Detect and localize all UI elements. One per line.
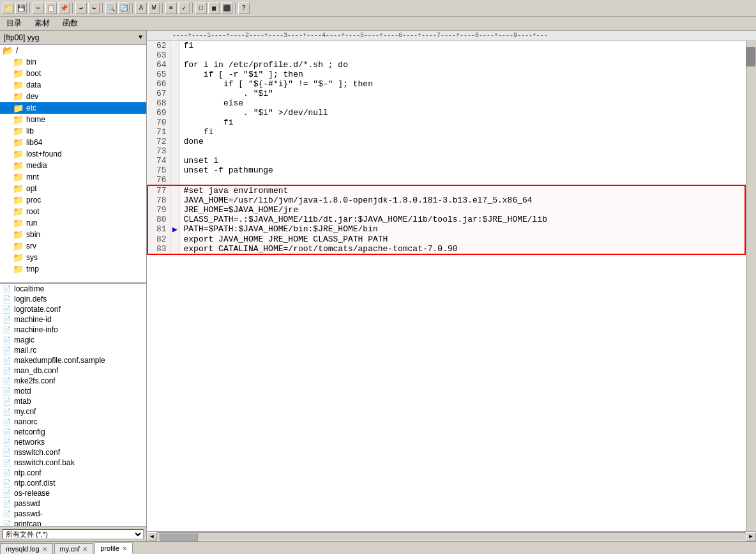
- toolbar-btn-cut[interactable]: ✂: [33, 3, 44, 14]
- code-line: 76: [147, 175, 745, 185]
- file-list-item[interactable]: 📄nsswitch.conf.bak: [0, 458, 146, 468]
- toolbar-btn-12[interactable]: ?: [238, 3, 250, 14]
- tree-item[interactable]: 📂/: [0, 45, 146, 56]
- tree-item[interactable]: 📁root: [0, 206, 146, 217]
- code-line: 78JAVA_HOME=/usr/lib/jvm/java-1.8.0-open…: [147, 196, 745, 205]
- tree-item[interactable]: 📁sbin: [0, 229, 146, 240]
- tree-item[interactable]: 📁dev: [0, 91, 146, 102]
- tree-item[interactable]: 📁mnt: [0, 171, 146, 183]
- toolbar-btn-9[interactable]: □: [195, 3, 207, 14]
- tree-item[interactable]: 📁lost+found: [0, 148, 146, 160]
- toolbar-btn-5[interactable]: A: [135, 3, 147, 14]
- file-list-item[interactable]: 📄mke2fs.conf: [0, 376, 146, 386]
- tab-close-icon[interactable]: ✕: [122, 545, 127, 552]
- menu-item-directory[interactable]: 目录: [3, 17, 26, 30]
- file-list-item[interactable]: 📄mail.rc: [0, 345, 146, 355]
- file-list-item[interactable]: 📄mtab: [0, 396, 146, 406]
- file-list-item[interactable]: 📄netconfig: [0, 427, 146, 437]
- toolbar-btn-search[interactable]: 🔍: [105, 3, 117, 14]
- file-list-item[interactable]: 📄my.cnf: [0, 406, 146, 417]
- toolbar-btn-8[interactable]: ✓: [178, 3, 190, 14]
- toolbar-btn-copy[interactable]: 📋: [45, 3, 57, 14]
- filter-select[interactable]: 所有文件 (*.*): [3, 529, 144, 539]
- toolbar-btn-2[interactable]: 💾: [15, 3, 27, 14]
- file-list-item[interactable]: 📄os-release: [0, 488, 146, 498]
- tab-close-icon[interactable]: ✕: [82, 546, 87, 553]
- session-dropdown-icon[interactable]: ▼: [139, 34, 142, 41]
- file-list-item[interactable]: 📄passwd: [0, 498, 146, 509]
- tree-item[interactable]: 📁bin: [0, 56, 146, 68]
- toolbar-btn-6[interactable]: W: [148, 3, 160, 14]
- code-area[interactable]: 62fi6364for i in /etc/profile.d/*.sh ; d…: [147, 41, 746, 531]
- file-list-item[interactable]: 📄passwd-: [0, 509, 146, 519]
- editor-tab[interactable]: mysqld.log✕: [0, 543, 53, 554]
- menu-item-material[interactable]: 素材: [31, 17, 54, 30]
- file-list-item[interactable]: 📄machine-info: [0, 325, 146, 335]
- file-list-item[interactable]: 📄printcap: [0, 519, 146, 526]
- main-layout: [ftp00] yyg ▼ 📂/📁bin📁boot📁data📁dev📁etc📁h…: [0, 31, 756, 541]
- folder-icon: 📁: [13, 252, 24, 263]
- file-list-item[interactable]: 📄magic: [0, 335, 146, 345]
- file-label: login.defs: [14, 295, 47, 304]
- scroll-right-btn[interactable]: ▶: [746, 532, 756, 541]
- file-list-area[interactable]: 📄localtime📄login.defs📄logrotate.conf📄mac…: [0, 283, 146, 526]
- toolbar-btn-11[interactable]: ⬛: [221, 3, 232, 14]
- file-list-item[interactable]: 📄ntp.conf.dist: [0, 478, 146, 488]
- tree-item-label: srv: [26, 242, 36, 250]
- file-list-item[interactable]: 📄nsswitch.conf: [0, 447, 146, 458]
- editor-tab[interactable]: profile✕: [94, 542, 133, 554]
- tree-item[interactable]: 📁boot: [0, 68, 146, 79]
- tree-item[interactable]: 📁etc: [0, 102, 146, 114]
- tree-item-label: lib: [26, 127, 34, 135]
- horizontal-scrollbar[interactable]: ◀ ▶: [147, 531, 756, 541]
- vertical-scrollbar[interactable]: [746, 41, 756, 531]
- tree-item[interactable]: 📁lib: [0, 125, 146, 137]
- file-label: motd: [14, 387, 31, 396]
- file-label: machine-id: [14, 315, 52, 324]
- tree-item[interactable]: 📁lib64: [0, 137, 146, 148]
- folder-icon: 📁: [13, 103, 24, 113]
- editor-tab[interactable]: my.cnf✕: [54, 543, 94, 554]
- file-label: printcap: [14, 519, 42, 526]
- tree-item[interactable]: 📁srv: [0, 240, 146, 252]
- file-list-item[interactable]: 📄networks: [0, 437, 146, 447]
- scroll-thumb[interactable]: [160, 534, 198, 541]
- tree-item[interactable]: 📁tmp: [0, 263, 146, 275]
- toolbar-btn-10[interactable]: ▦: [208, 3, 220, 14]
- file-list-item[interactable]: 📄localtime: [0, 284, 146, 294]
- file-list-item[interactable]: 📄login.defs: [0, 294, 146, 304]
- toolbar-btn-1[interactable]: 📁: [3, 3, 14, 14]
- line-content: CLASS_PATH=.:$JAVA_HOME/lib/dt.jar:$JAVA…: [179, 215, 745, 224]
- scroll-track[interactable]: [157, 532, 746, 541]
- toolbar-btn-paste[interactable]: 📌: [58, 3, 70, 14]
- menu-item-function[interactable]: 函数: [59, 17, 82, 30]
- tree-item[interactable]: 📁run: [0, 217, 146, 229]
- tree-area[interactable]: 📂/📁bin📁boot📁data📁dev📁etc📁home📁lib📁lib64📁…: [0, 45, 146, 283]
- file-icon: 📄: [3, 469, 11, 477]
- line-content: PATH=$PATH:$JAVA_HOME/bin:$JRE_HOME/bin: [179, 224, 745, 235]
- tree-item[interactable]: 📁sys: [0, 252, 146, 263]
- toolbar-btn-undo[interactable]: ↩: [75, 3, 87, 14]
- toolbar-btn-replace[interactable]: 🔄: [118, 3, 130, 14]
- file-icon: 📄: [3, 367, 11, 375]
- tree-item[interactable]: 📁data: [0, 79, 146, 91]
- tree-item[interactable]: 📁media: [0, 160, 146, 171]
- folder-icon: 📁: [13, 114, 24, 125]
- scroll-left-btn[interactable]: ◀: [147, 532, 157, 541]
- file-list-item[interactable]: 📄nanorc: [0, 417, 146, 427]
- line-number: 69: [147, 108, 170, 118]
- tab-close-icon[interactable]: ✕: [42, 546, 47, 553]
- toolbar-btn-redo[interactable]: ↪: [88, 3, 100, 14]
- toolbar-btn-7[interactable]: ≡: [165, 3, 177, 14]
- file-list-item[interactable]: 📄man_db.conf: [0, 365, 146, 376]
- tree-item[interactable]: 📁opt: [0, 183, 146, 194]
- tree-item[interactable]: 📁proc: [0, 194, 146, 206]
- tree-item[interactable]: 📁home: [0, 114, 146, 125]
- file-list-item[interactable]: 📄ntp.conf: [0, 468, 146, 478]
- file-list-item[interactable]: 📄logrotate.conf: [0, 304, 146, 314]
- file-list-item[interactable]: 📄motd: [0, 386, 146, 396]
- line-arrow: [170, 215, 179, 224]
- file-list-item[interactable]: 📄machine-id: [0, 314, 146, 325]
- folder-icon: 📁: [13, 241, 24, 251]
- file-list-item[interactable]: 📄makedumpfile.conf.sample: [0, 355, 146, 365]
